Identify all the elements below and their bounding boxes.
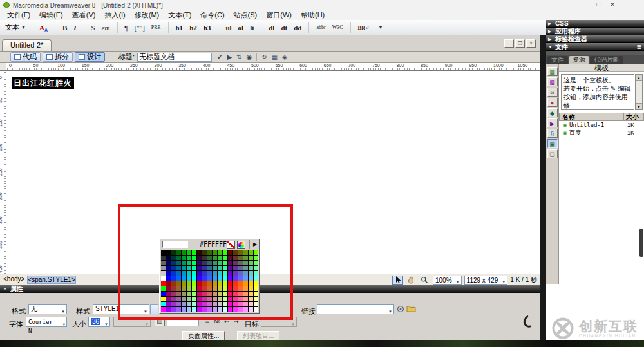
palette-swatch[interactable] bbox=[243, 302, 248, 306]
palette-swatch[interactable] bbox=[182, 256, 186, 260]
palette-swatch[interactable] bbox=[238, 281, 243, 286]
palette-swatch[interactable] bbox=[233, 307, 238, 312]
palette-swatch[interactable] bbox=[233, 286, 238, 291]
palette-swatch[interactable] bbox=[192, 302, 196, 306]
palette-swatch[interactable] bbox=[213, 297, 217, 301]
menu-item-4[interactable]: 修改(M) bbox=[130, 10, 164, 20]
palette-swatch[interactable] bbox=[192, 281, 196, 286]
column-name[interactable]: 名称 bbox=[560, 113, 624, 120]
palette-swatch[interactable] bbox=[187, 286, 191, 291]
palette-swatch[interactable] bbox=[171, 250, 176, 255]
palette-swatch[interactable] bbox=[228, 297, 232, 301]
doc-title-input[interactable] bbox=[137, 53, 212, 62]
palette-swatch[interactable] bbox=[249, 297, 253, 301]
template-list-item[interactable]: ◉Untitled-11K bbox=[559, 121, 644, 129]
palette-swatch[interactable] bbox=[176, 276, 181, 281]
palette-swatch[interactable] bbox=[238, 276, 243, 281]
palette-swatch[interactable] bbox=[218, 271, 222, 276]
tab-assets[interactable]: 资源 bbox=[569, 56, 589, 64]
palette-swatch[interactable] bbox=[243, 276, 248, 281]
menu-item-2[interactable]: 查看(V) bbox=[68, 10, 100, 20]
column-size[interactable]: 大小 bbox=[624, 113, 639, 120]
palette-swatch[interactable] bbox=[213, 281, 217, 286]
palette-swatch[interactable] bbox=[166, 297, 171, 301]
palette-swatch[interactable] bbox=[249, 250, 253, 255]
palette-swatch[interactable] bbox=[166, 286, 171, 291]
text-color-hex-input[interactable] bbox=[167, 317, 199, 326]
palette-swatch[interactable] bbox=[243, 286, 248, 291]
palette-swatch[interactable] bbox=[187, 307, 191, 312]
palette-swatch[interactable] bbox=[197, 271, 202, 276]
palette-swatch[interactable] bbox=[238, 250, 243, 255]
palette-swatch[interactable] bbox=[192, 276, 196, 281]
palette-swatch[interactable] bbox=[218, 292, 222, 296]
palette-swatch[interactable] bbox=[213, 307, 217, 312]
ul-button[interactable]: ul bbox=[222, 23, 234, 32]
palette-swatch[interactable] bbox=[166, 292, 171, 296]
palette-swatch[interactable] bbox=[213, 256, 217, 260]
outdent-icon[interactable]: ⇠ bbox=[222, 317, 231, 326]
palette-swatch[interactable] bbox=[192, 271, 196, 276]
palette-swatch[interactable] bbox=[233, 266, 238, 270]
palette-swatch[interactable] bbox=[176, 307, 181, 312]
palette-swatch[interactable] bbox=[187, 292, 191, 296]
palette-swatch[interactable] bbox=[166, 250, 171, 255]
palette-swatch[interactable] bbox=[166, 276, 171, 281]
italic-button[interactable]: I bbox=[70, 23, 79, 32]
tab-files[interactable]: 文件 bbox=[547, 56, 568, 64]
palette-swatch[interactable] bbox=[213, 271, 217, 276]
browse-folder-icon[interactable] bbox=[406, 305, 416, 314]
palette-swatch[interactable] bbox=[161, 266, 166, 270]
palette-swatch[interactable] bbox=[197, 307, 202, 312]
palette-swatch[interactable] bbox=[228, 266, 232, 270]
menu-item-7[interactable]: 站点(S) bbox=[229, 10, 262, 20]
palette-swatch[interactable] bbox=[187, 266, 191, 270]
text-color-swatch-button[interactable] bbox=[155, 317, 165, 326]
palette-swatch[interactable] bbox=[197, 286, 202, 291]
palette-swatch[interactable] bbox=[171, 271, 176, 276]
scripts-assets-icon[interactable]: § bbox=[547, 129, 558, 138]
panel-dock-splitter[interactable] bbox=[540, 35, 546, 340]
palette-swatch[interactable] bbox=[254, 276, 258, 281]
menu-item-8[interactable]: 窗口(W) bbox=[261, 10, 296, 20]
ordered-list-icon[interactable]: № bbox=[213, 317, 222, 326]
palette-swatch[interactable] bbox=[166, 307, 171, 312]
palette-swatch[interactable] bbox=[197, 281, 202, 286]
palette-swatch[interactable] bbox=[254, 250, 258, 255]
dd-button[interactable]: dd bbox=[290, 23, 305, 32]
palette-swatch[interactable] bbox=[243, 297, 248, 301]
palette-swatch[interactable] bbox=[197, 256, 202, 260]
ol-button[interactable]: ol bbox=[235, 23, 247, 32]
palette-swatch[interactable] bbox=[176, 256, 181, 260]
palette-swatch[interactable] bbox=[228, 256, 232, 260]
palette-swatch[interactable] bbox=[223, 261, 227, 265]
tag-selector-item-1[interactable]: <span.STYLE1> bbox=[27, 276, 75, 284]
doc-minimize-icon[interactable]: - bbox=[504, 39, 514, 48]
insert-category-arrow-icon[interactable]: ▼ bbox=[21, 25, 26, 30]
palette-swatch[interactable] bbox=[218, 307, 222, 312]
palette-swatch[interactable] bbox=[254, 261, 258, 265]
dt-button[interactable]: dt bbox=[278, 23, 290, 32]
palette-swatch[interactable] bbox=[213, 302, 217, 306]
palette-swatch[interactable] bbox=[197, 250, 202, 255]
palette-swatch[interactable] bbox=[166, 256, 171, 260]
dl-button[interactable]: dl bbox=[265, 23, 278, 32]
palette-swatch[interactable] bbox=[233, 302, 238, 306]
palette-swatch[interactable] bbox=[197, 292, 202, 296]
palette-swatch[interactable] bbox=[182, 297, 186, 301]
palette-swatch[interactable] bbox=[197, 302, 202, 306]
palette-swatch[interactable] bbox=[243, 307, 248, 312]
palette-swatch[interactable] bbox=[192, 292, 196, 296]
palette-swatch[interactable] bbox=[176, 292, 181, 296]
palette-swatch[interactable] bbox=[238, 297, 243, 301]
palette-swatch[interactable] bbox=[197, 276, 202, 281]
palette-swatch[interactable] bbox=[161, 307, 166, 312]
palette-swatch[interactable] bbox=[166, 261, 171, 265]
palette-swatch[interactable] bbox=[223, 302, 227, 306]
palette-swatch[interactable] bbox=[243, 271, 248, 276]
palette-swatch[interactable] bbox=[161, 276, 166, 281]
palette-swatch[interactable] bbox=[233, 271, 238, 276]
palette-swatch[interactable] bbox=[171, 297, 176, 301]
palette-swatch[interactable] bbox=[243, 266, 248, 270]
menu-item-3[interactable]: 插入(I) bbox=[100, 10, 129, 20]
